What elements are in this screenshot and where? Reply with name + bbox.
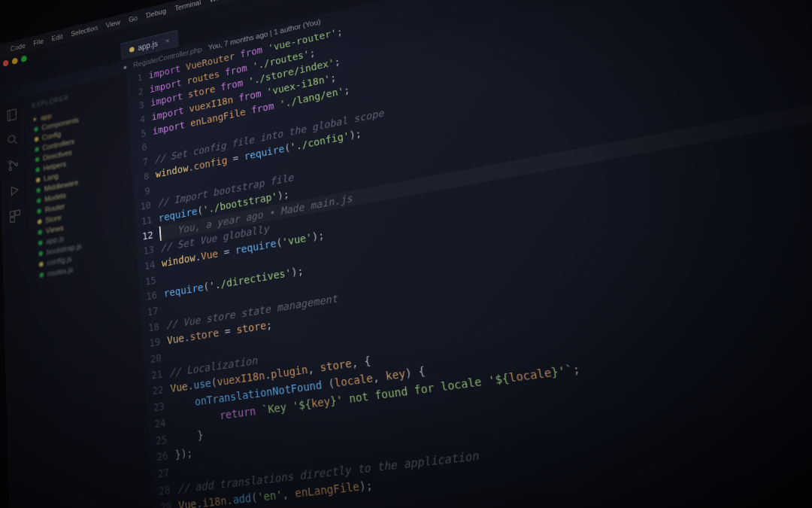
status-dot-icon (38, 230, 42, 235)
status-dot-icon (35, 167, 40, 172)
line-number: 26 (150, 448, 168, 467)
svg-point-4 (15, 163, 17, 166)
search-icon[interactable] (6, 132, 20, 148)
line-number: 23 (147, 398, 165, 417)
minimize-icon[interactable] (12, 57, 18, 65)
status-dot-icon (38, 240, 43, 245)
menu-go[interactable]: Go (129, 14, 138, 23)
maximize-icon[interactable] (21, 55, 27, 62)
line-number: 24 (147, 415, 166, 433)
js-file-icon (129, 46, 135, 52)
status-dot-icon (36, 177, 41, 182)
status-dot-icon (37, 208, 41, 214)
explorer-icon[interactable] (5, 107, 18, 123)
menu-file[interactable]: File (33, 37, 44, 47)
menu-edit[interactable]: Edit (51, 32, 62, 42)
svg-rect-6 (15, 210, 20, 215)
status-dot-icon (34, 126, 38, 132)
tree-item-label: routes.js (47, 265, 74, 278)
line-number: 27 (151, 464, 170, 483)
svg-rect-5 (10, 211, 14, 216)
svg-point-3 (9, 168, 11, 171)
status-dot-icon (39, 261, 44, 266)
line-number: 29 (153, 498, 172, 508)
code-content[interactable]: import VueRouter from 'vue-router';impor… (148, 0, 812, 508)
svg-rect-0 (8, 109, 17, 121)
status-dot-icon (36, 187, 41, 193)
svg-point-1 (8, 135, 15, 143)
status-dot-icon (39, 272, 44, 277)
extensions-icon[interactable] (8, 208, 22, 224)
tab-label: app.js (138, 38, 158, 52)
menu-code[interactable]: Code (11, 41, 26, 52)
svg-point-2 (9, 160, 11, 163)
status-dot-icon (37, 198, 41, 203)
menu-view[interactable]: View (106, 18, 120, 29)
close-tab-icon[interactable]: × (165, 36, 170, 46)
status-dot-icon (38, 251, 43, 256)
status-dot-icon (35, 157, 40, 162)
source-control-icon[interactable] (7, 157, 20, 173)
menu-debug[interactable]: Debug (146, 7, 166, 19)
line-number: 25 (149, 431, 168, 450)
status-dot-icon (35, 147, 39, 152)
line-number: 28 (152, 482, 171, 500)
file-badge-icon: ● (123, 62, 127, 71)
debug-icon[interactable] (8, 182, 21, 199)
svg-rect-7 (11, 217, 15, 222)
code-editor[interactable]: 1234567891011121314151617181920212223242… (126, 0, 812, 508)
status-dot-icon (35, 136, 39, 141)
status-dot-icon (38, 219, 42, 224)
close-icon[interactable] (3, 59, 9, 67)
